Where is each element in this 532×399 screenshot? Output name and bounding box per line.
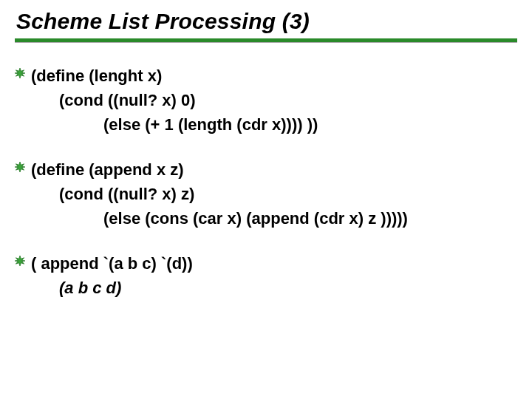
bullet-item: (define (append x z) <box>15 157 517 182</box>
slide-title: Scheme List Processing (3) <box>15 9 517 38</box>
bullet-item: (define (lenght x) <box>15 64 517 88</box>
bullet-text: ( append `(a b c) `(d)) <box>31 251 193 276</box>
code-line: (else (cons (car x) (append (cdr x) z ))… <box>15 206 517 231</box>
starburst-icon <box>15 162 25 172</box>
bullet-item: ( append `(a b c) `(d)) <box>15 251 517 276</box>
code-line: (else (+ 1 (length (cdr x)))) )) <box>15 112 517 137</box>
bullet-text: (define (append x z) <box>31 157 184 182</box>
slide: Scheme List Processing (3) (define (leng… <box>0 0 532 399</box>
svg-marker-1 <box>15 162 25 172</box>
bullet-text: (define (lenght x) <box>31 64 162 88</box>
code-line: (cond ((null? x) 0) <box>15 88 517 112</box>
svg-marker-2 <box>15 256 25 266</box>
starburst-icon <box>15 256 25 266</box>
content-area: (define (lenght x) (cond ((null? x) 0) (… <box>15 53 517 300</box>
title-underline <box>15 38 517 43</box>
result-line: (a b c d) <box>15 276 517 300</box>
svg-marker-0 <box>15 68 25 78</box>
code-line: (cond ((null? x) z) <box>15 182 517 206</box>
starburst-icon <box>15 68 25 78</box>
title-block: Scheme List Processing (3) <box>15 9 517 43</box>
